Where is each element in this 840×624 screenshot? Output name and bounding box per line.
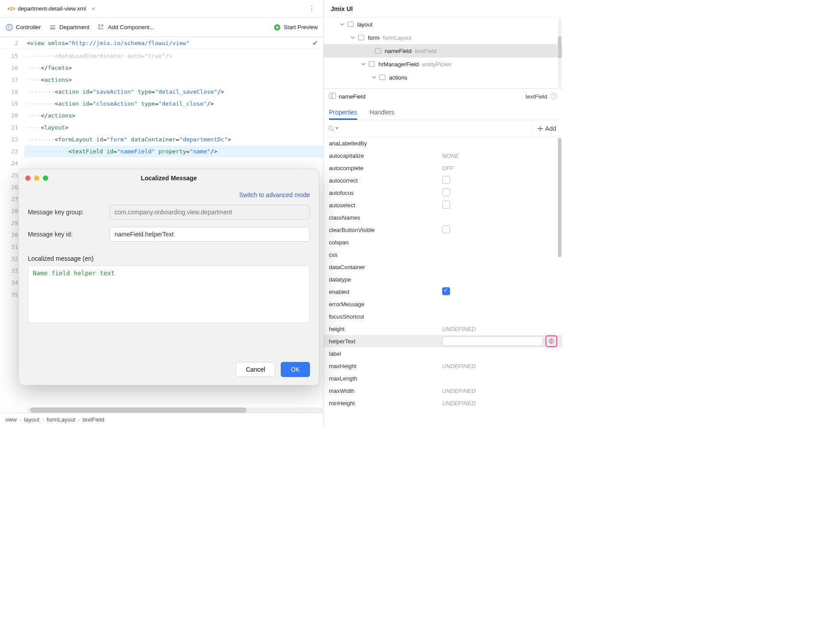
inspector-type: textField [526, 93, 547, 100]
code-line[interactable] [24, 157, 323, 169]
line-number: 15 [0, 50, 18, 62]
ok-button[interactable]: OK [281, 362, 310, 377]
checkbox[interactable] [442, 188, 450, 196]
tab-handlers[interactable]: Handlers [370, 109, 394, 120]
property-value: UNDEFINED [442, 400, 557, 407]
line-number: 19 [0, 98, 18, 110]
tree-scrollbar[interactable] [558, 19, 561, 88]
breadcrumb-item[interactable]: layout [24, 416, 39, 423]
property-row[interactable]: datatype [324, 273, 562, 285]
breadcrumb-item[interactable]: formLayout [46, 416, 75, 423]
property-row[interactable]: autofocus [324, 186, 562, 199]
tree-item[interactable]: hrManagerField - entityPicker [324, 57, 562, 71]
horizontal-scrollbar[interactable] [27, 407, 323, 413]
code-line[interactable]: ········<action id="saveAction" type="de… [24, 86, 323, 98]
tree-type: - formLayout [379, 34, 412, 41]
component-tree[interactable]: layoutform - formLayoutnameField - textF… [324, 18, 562, 88]
property-value[interactable] [442, 287, 557, 297]
scroll-thumb[interactable] [30, 407, 247, 413]
property-row[interactable]: css [324, 248, 562, 261]
localize-button[interactable] [546, 335, 557, 347]
property-row[interactable]: errorMessage [324, 298, 562, 310]
property-row[interactable]: ariaLabelledBy [324, 137, 562, 149]
property-row[interactable]: classNames [324, 211, 562, 224]
code-line[interactable]: ····</actions> [24, 110, 323, 122]
code-line[interactable]: ····<actions> [24, 74, 323, 86]
property-value: OFF [442, 165, 557, 171]
property-row[interactable]: maxWidthUNDEFINED [324, 384, 562, 397]
property-row[interactable]: maxLength [324, 372, 562, 384]
property-value[interactable] [442, 176, 557, 185]
key-id-input[interactable] [110, 227, 310, 242]
property-row[interactable]: autocompleteOFF [324, 162, 562, 174]
editor-tab[interactable]: </> department-detail-view.xml × [4, 0, 99, 17]
code-line[interactable]: ····</facets> [24, 62, 323, 74]
line-number: 21 [0, 122, 18, 133]
breadcrumb-item[interactable]: view [5, 416, 17, 423]
key-group-label: Message key group: [28, 209, 105, 216]
start-preview-button[interactable]: Start Preview [273, 23, 318, 31]
property-value[interactable] [442, 225, 557, 235]
property-row[interactable]: clearButtonVisible [324, 224, 562, 236]
property-row[interactable]: colspan [324, 236, 562, 248]
code-line[interactable]: ········<dataLoadCoordinator·auto="true"… [24, 50, 323, 62]
dialog-titlebar[interactable]: Localized Message [19, 169, 319, 187]
code-line[interactable]: ············<textField id="nameField" pr… [24, 145, 323, 157]
property-row[interactable]: helperText [324, 335, 562, 347]
line-number: 20 [0, 110, 18, 122]
props-scrollbar[interactable] [558, 138, 561, 425]
component-icon [347, 22, 355, 27]
property-row[interactable]: autoselect [324, 199, 562, 211]
code-line[interactable]: ····<layout> [24, 122, 323, 133]
checkbox[interactable] [442, 225, 450, 233]
property-row[interactable]: minHeightUNDEFINED [324, 397, 562, 409]
property-value[interactable] [442, 201, 557, 210]
tab-properties[interactable]: Properties [329, 109, 357, 120]
dialog-title: Localized Message [19, 175, 319, 182]
tree-item[interactable]: form - formLayout [324, 31, 562, 44]
property-row[interactable]: dataContainer [324, 261, 562, 273]
breadcrumb-item[interactable]: textField [83, 416, 104, 423]
property-row[interactable]: label [324, 347, 562, 360]
property-value[interactable] [442, 188, 557, 198]
key-group-input[interactable] [110, 205, 310, 220]
cancel-button[interactable]: Cancel [236, 362, 275, 377]
scroll-thumb[interactable] [558, 36, 561, 58]
help-icon[interactable]: ? [550, 92, 557, 101]
localized-message-input[interactable]: Name field helper text [28, 266, 310, 323]
tree-item[interactable]: nameField - textField [324, 44, 562, 57]
property-row[interactable]: maxHeightUNDEFINED [324, 360, 562, 372]
property-name: autofocus [329, 190, 442, 196]
inspector-header: nameField textField ? [324, 88, 562, 104]
controller-label: Controller [16, 24, 41, 30]
property-row[interactable]: autocorrect [324, 174, 562, 186]
scroll-thumb[interactable] [558, 138, 561, 257]
tree-item[interactable]: layout [324, 18, 562, 31]
close-icon[interactable]: × [92, 5, 95, 12]
switch-mode-link[interactable]: Switch to advanced mode [28, 191, 310, 198]
add-component-button[interactable]: Add Component... [97, 23, 154, 31]
code-line[interactable]: ········<formLayout id="form" dataContai… [24, 133, 323, 145]
message-text: Name field helper text [33, 270, 115, 277]
property-row[interactable]: focusShortcut [324, 310, 562, 323]
search-input[interactable] [324, 126, 531, 132]
property-input[interactable] [442, 336, 543, 346]
checkbox[interactable] [442, 176, 450, 184]
property-row[interactable]: heightUNDEFINED [324, 323, 562, 335]
add-button[interactable]: Add [531, 120, 562, 137]
properties-list[interactable]: ariaLabelledByautocapitalizeNONEautocomp… [324, 137, 562, 426]
line-number: 32 [0, 253, 18, 265]
checkbox[interactable] [442, 201, 450, 209]
department-button[interactable]: Department [49, 23, 89, 31]
property-row[interactable]: autocapitalizeNONE [324, 149, 562, 162]
tree-item[interactable]: actions [324, 71, 562, 84]
more-icon[interactable]: ⋮ [308, 4, 320, 13]
checkbox[interactable] [442, 287, 450, 295]
property-name: label [329, 350, 442, 357]
controller-button[interactable]: C Controller [5, 23, 41, 31]
line-number: 33 [0, 265, 18, 277]
code-line[interactable]: ········<action id="closeAction" type="d… [24, 98, 323, 110]
property-row[interactable]: enabled [324, 285, 562, 298]
property-name: enabled [329, 289, 442, 295]
xml-file-icon: </> [8, 5, 15, 12]
